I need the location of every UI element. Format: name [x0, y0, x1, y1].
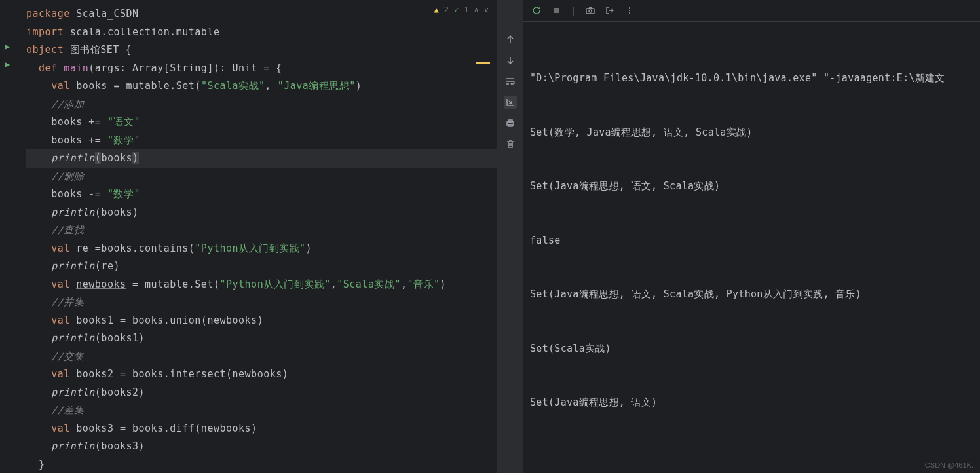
ok-count: 1	[464, 5, 468, 14]
nav-up-icon[interactable]: ∧	[474, 5, 479, 14]
code-text: books	[101, 152, 132, 164]
pad	[26, 332, 51, 344]
soft-wrap-icon[interactable]	[504, 75, 517, 88]
run-gutter-icon[interactable]: ▶	[5, 42, 10, 51]
pad	[26, 260, 51, 272]
code-text: re =books.contains(	[70, 242, 195, 254]
console-toolbar	[497, 0, 523, 473]
console-panel: | "D:\Program Files\Java\jdk-10.0.1\bin\…	[497, 0, 980, 473]
pad	[26, 350, 51, 362]
function-call: println	[51, 260, 95, 272]
pad	[26, 278, 51, 290]
pad	[26, 387, 51, 398]
run-gutter-icon[interactable]: ▶	[5, 60, 10, 69]
print-icon[interactable]	[504, 117, 517, 130]
svg-point-5	[589, 10, 592, 12]
stop-icon[interactable]	[551, 5, 561, 16]
code-text: (books2)	[95, 387, 145, 398]
pad	[26, 62, 39, 74]
down-arrow-icon[interactable]	[504, 54, 517, 67]
string: "数学"	[107, 134, 140, 146]
minimap-marker	[476, 62, 490, 64]
code-text: ,	[331, 278, 337, 290]
code-text: (books3)	[95, 440, 145, 452]
identifier: scala.collection.mutable	[64, 26, 219, 38]
code-text: books1 = books.union(newbooks)	[70, 314, 263, 326]
pad	[26, 206, 51, 218]
output-line: false	[530, 232, 973, 250]
pad	[26, 98, 51, 110]
console-header: |	[523, 0, 980, 22]
keyword: val	[51, 278, 70, 290]
output-line: Set(Java编程思想, 语文)	[530, 394, 973, 412]
svg-rect-4	[586, 9, 594, 14]
more-icon[interactable]	[624, 5, 635, 16]
code-text: (args: Array[String]): Unit = {	[88, 62, 282, 74]
pad	[26, 404, 51, 416]
function-call: println	[51, 440, 95, 452]
pad	[26, 314, 51, 326]
code-text: ,	[401, 278, 407, 290]
current-line: println(books)	[26, 149, 497, 168]
code-text: )	[306, 242, 312, 254]
keyword: package	[26, 8, 70, 20]
console-right: | "D:\Program Files\Java\jdk-10.0.1\bin\…	[523, 0, 980, 473]
pad	[26, 170, 51, 182]
pad	[26, 152, 51, 164]
string: "Python从入门到实践"	[195, 242, 305, 254]
code-text: (books1)	[95, 332, 145, 344]
screenshot-icon[interactable]	[585, 5, 595, 16]
pad	[26, 80, 51, 92]
code-text: ,	[265, 80, 278, 92]
pad	[26, 423, 51, 434]
pad	[26, 440, 51, 452]
exit-icon[interactable]	[605, 5, 615, 16]
keyword: val	[51, 423, 70, 434]
function-call: println	[51, 152, 95, 164]
check-icon[interactable]: ✓	[454, 5, 459, 14]
string: "音乐"	[407, 278, 440, 290]
string: "数学"	[107, 188, 140, 200]
pad	[26, 368, 51, 380]
function-name: main	[64, 62, 88, 74]
paren: (	[95, 152, 102, 164]
pad	[26, 134, 51, 146]
string: "Python从入门到实践"	[219, 278, 330, 290]
code-text: books = mutable.Set(	[70, 80, 201, 92]
keyword: def	[39, 62, 64, 74]
comment: //查找	[51, 224, 84, 236]
svg-rect-1	[508, 120, 512, 122]
svg-point-6	[629, 7, 630, 9]
trash-icon[interactable]	[504, 138, 517, 151]
pad	[26, 242, 51, 254]
code-text: )	[440, 278, 447, 290]
string: "Scala实战"	[201, 80, 265, 92]
editor-panel: ▲ 2 ✓ 1 ∧ ∨ ▶ ▶ package Scala_CSDN impor…	[0, 0, 497, 473]
code-text	[70, 278, 77, 290]
nav-down-icon[interactable]: ∨	[484, 5, 489, 14]
comment: //添加	[51, 98, 84, 110]
output-line: Set(Java编程思想, 语文, Scala实战, Python从入门到实践,…	[530, 286, 973, 304]
code-text: books3 = books.diff(newbooks)	[70, 423, 257, 434]
scroll-to-end-icon[interactable]	[504, 96, 517, 109]
pad	[26, 224, 51, 236]
code-editor[interactable]: package Scala_CSDN import scala.collecti…	[0, 0, 497, 473]
up-arrow-icon[interactable]	[504, 33, 517, 46]
keyword: import	[26, 26, 64, 38]
rerun-icon[interactable]	[531, 5, 542, 16]
code-text: books +=	[51, 134, 107, 146]
function-call: println	[51, 387, 95, 398]
output-line: Set(数学, Java编程思想, 语文, Scala实战)	[530, 124, 973, 142]
code-text: (books)	[95, 206, 139, 218]
code-text: )	[356, 80, 362, 92]
warning-icon[interactable]: ▲	[434, 5, 439, 14]
identifier: Scala_CSDN	[70, 8, 139, 20]
code-text: }	[26, 459, 45, 470]
comment: //交集	[51, 350, 84, 362]
console-output[interactable]: "D:\Program Files\Java\jdk-10.0.1\bin\ja…	[523, 22, 980, 473]
keyword: val	[51, 368, 70, 380]
code-text: (re)	[95, 260, 120, 272]
watermark: CSDN @461K.	[925, 461, 973, 469]
keyword: val	[51, 314, 70, 326]
paren: )	[132, 152, 139, 164]
